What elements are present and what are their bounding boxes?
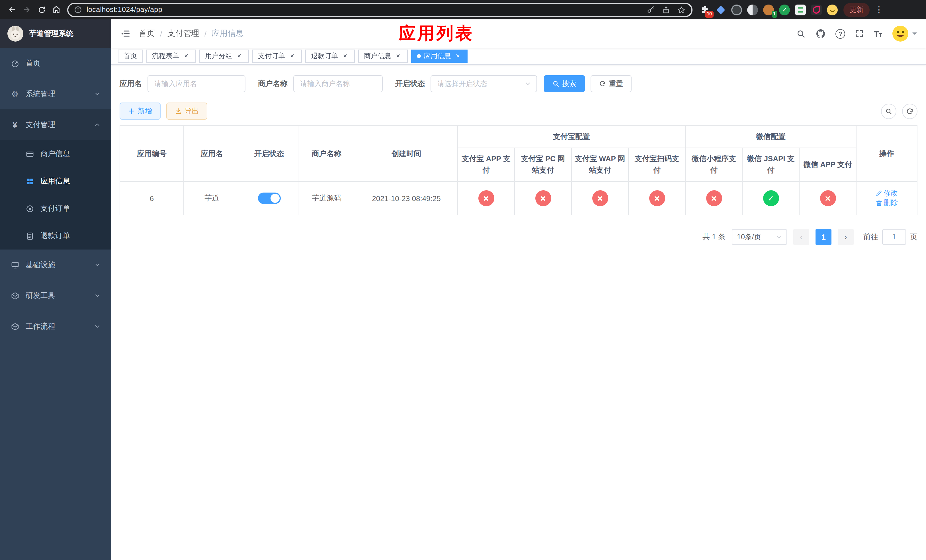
back-icon[interactable] [5, 2, 20, 17]
payment-submenu: 商户信息 应用信息 支付订单 [0, 140, 111, 250]
extension-icon[interactable] [811, 4, 822, 15]
search-button[interactable]: 搜索 [544, 75, 585, 92]
sidebar-item-payment[interactable]: ¥ 支付管理 [0, 109, 111, 140]
sidebar-item-system[interactable]: ⚙ 系统管理 [0, 79, 111, 109]
tab-refund-order[interactable]: 退款订单 × [305, 50, 355, 63]
goto-page-input[interactable] [882, 229, 906, 245]
table-toolbar: 新增 导出 [120, 103, 917, 120]
extensions-area: 10 1 ✓ [699, 4, 838, 15]
app-name-input[interactable] [147, 75, 245, 92]
status-select[interactable]: 请选择开启状态 [431, 75, 537, 92]
grid-icon [25, 177, 34, 185]
chevron-down-icon [94, 323, 101, 330]
tab-pay-order[interactable]: 支付订单 × [252, 50, 302, 63]
tab-close-icon[interactable]: × [454, 52, 462, 60]
fullscreen-icon[interactable] [855, 29, 864, 38]
tab-process-form[interactable]: 流程表单 × [146, 50, 196, 63]
add-button[interactable]: 新增 [120, 103, 160, 120]
export-button[interactable]: 导出 [166, 103, 207, 120]
forward-icon[interactable] [20, 2, 34, 17]
tab-label: 退款订单 [311, 51, 338, 61]
group-header-alipay: 支付宝配置 [458, 126, 685, 148]
show-search-icon[interactable] [881, 103, 896, 119]
enable-toggle[interactable] [258, 193, 280, 204]
browser-toolbar: localhost:1024/pay/app 10 [0, 0, 926, 20]
help-icon[interactable]: ? [836, 29, 846, 38]
chevron-down-icon [94, 262, 101, 268]
tab-close-icon[interactable]: × [288, 52, 296, 60]
delete-link[interactable]: 删除 [876, 198, 898, 208]
sidebar-item-label: 支付订单 [41, 203, 70, 213]
reload-icon[interactable] [34, 2, 49, 17]
column-header: 应用编号 [120, 126, 184, 182]
font-size-icon[interactable]: TT [874, 29, 882, 38]
breadcrumb-current: 应用信息 [212, 29, 244, 39]
sidebar-item-workflow[interactable]: 工作流程 [0, 311, 111, 342]
breadcrumb-home[interactable]: 首页 [139, 29, 155, 39]
search-icon[interactable] [796, 29, 806, 38]
extension-icon[interactable] [795, 4, 806, 15]
app-title: 芋道管理系统 [29, 29, 73, 39]
extension-icon[interactable] [715, 4, 726, 15]
dashboard-icon [10, 59, 20, 68]
page-number[interactable]: 1 [816, 229, 831, 245]
box-icon [10, 291, 20, 300]
column-header: 支付宝扫码支付 [628, 148, 685, 182]
share-icon[interactable] [662, 5, 670, 14]
url-bar[interactable]: localhost:1024/pay/app [67, 3, 693, 17]
tab-close-icon[interactable]: × [394, 52, 402, 60]
breadcrumb: 首页 / 支付管理 / 应用信息 [139, 29, 244, 39]
page-size-select[interactable]: 10条/页 [732, 229, 787, 245]
site-info-icon[interactable] [74, 6, 82, 14]
sidebar-item-pay-order[interactable]: 支付订单 [0, 195, 111, 222]
status-wechat-jsapi-icon [763, 191, 779, 206]
reset-button[interactable]: 重置 [590, 75, 632, 92]
column-header: 开启状态 [240, 126, 298, 182]
group-header-wechat: 微信配置 [685, 126, 856, 148]
sidebar-item-home[interactable]: 首页 [0, 48, 111, 79]
extensions-puzzle-icon[interactable]: 10 [699, 4, 710, 15]
tab-merchant-info[interactable]: 商户信息 × [358, 50, 408, 63]
tab-label: 应用信息 [424, 51, 451, 61]
tab-close-icon[interactable]: × [235, 52, 243, 60]
tab-close-icon[interactable]: × [182, 52, 190, 60]
tab-label: 支付订单 [258, 51, 285, 61]
user-avatar[interactable] [892, 25, 917, 42]
password-key-icon[interactable] [646, 5, 655, 14]
yen-icon: ¥ [10, 120, 20, 129]
github-icon[interactable] [816, 29, 826, 39]
sidebar-toggle-icon[interactable] [120, 29, 130, 39]
chevron-down-icon [776, 234, 782, 241]
goto-page: 前往 页 [863, 229, 917, 245]
breadcrumb-payment[interactable]: 支付管理 [168, 29, 199, 39]
merchant-name-input[interactable] [293, 75, 383, 92]
extension-icon[interactable] [731, 4, 742, 15]
edit-link[interactable]: 修改 [876, 189, 898, 198]
sidebar-item-refund-order[interactable]: 退款订单 [0, 222, 111, 250]
browser-menu-icon[interactable]: ⋮ [875, 5, 884, 15]
extension-icon[interactable]: 1 [763, 4, 774, 15]
tab-user-group[interactable]: 用户分组 × [199, 50, 249, 63]
extension-icon[interactable] [747, 4, 758, 15]
extensions-badge: 10 [705, 11, 714, 17]
next-page-icon[interactable]: › [838, 229, 854, 245]
sidebar-item-app-info[interactable]: 应用信息 [0, 168, 111, 195]
sidebar-item-dev-tools[interactable]: 研发工具 [0, 280, 111, 311]
sidebar-item-label: 系统管理 [26, 89, 55, 99]
column-header: 应用名 [184, 126, 240, 182]
logo-avatar [8, 26, 23, 42]
tab-home[interactable]: 首页 [118, 50, 143, 63]
sidebar-item-infrastructure[interactable]: 基础设施 [0, 250, 111, 280]
tab-app-info[interactable]: 应用信息 × [411, 50, 468, 63]
profile-avatar-icon[interactable] [827, 4, 838, 15]
tab-close-icon[interactable]: × [341, 52, 349, 60]
prev-page-icon[interactable]: ‹ [793, 229, 809, 245]
browser-update-button[interactable]: 更新 [843, 3, 870, 17]
bookmark-star-icon[interactable] [677, 5, 686, 14]
extension-icon[interactable]: ✓ [779, 4, 790, 15]
sidebar-item-merchant-info[interactable]: 商户信息 [0, 140, 111, 168]
home-icon[interactable] [49, 2, 64, 17]
sidebar-logo[interactable]: 芋道管理系统 [0, 20, 111, 48]
refresh-icon[interactable] [902, 103, 917, 119]
merchant-name-label: 商户名称 [258, 79, 287, 89]
